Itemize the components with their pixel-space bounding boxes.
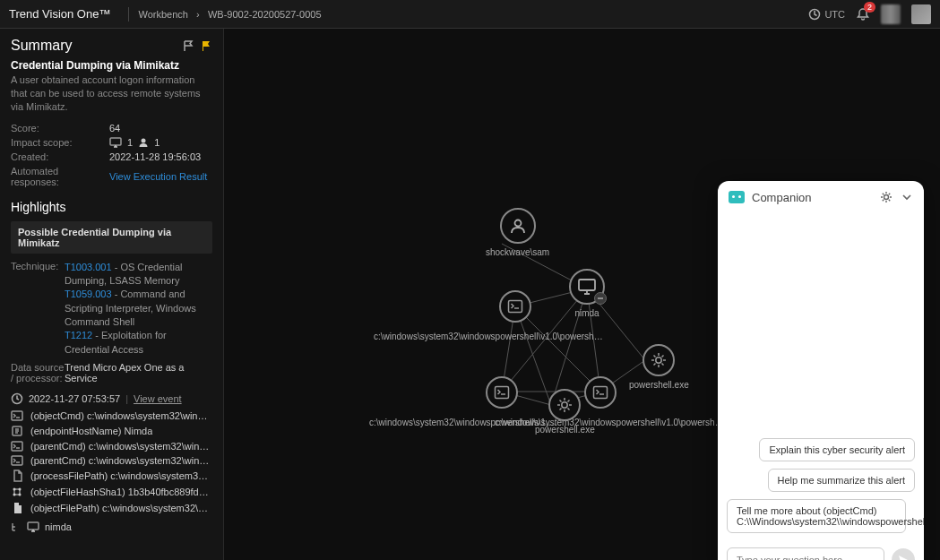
svg-rect-27	[579, 280, 595, 290]
notifications-button[interactable]: 2	[856, 7, 870, 22]
companion-logo-icon	[729, 191, 745, 203]
suggestion-button[interactable]: Help me summarize this alert	[768, 469, 915, 492]
svg-rect-12	[28, 522, 39, 530]
endpoint-name: nimda	[45, 521, 72, 532]
summary-panel: Summary Credential Dumping via Mimikatz …	[0, 29, 224, 560]
technique-link[interactable]: T1212	[65, 330, 92, 340]
host-icon	[11, 425, 23, 437]
avatar[interactable]	[911, 4, 931, 24]
gear-icon[interactable]	[879, 190, 893, 204]
event-time: 2022-11-27 07:53:57	[29, 393, 120, 404]
event-row[interactable]: (endpointHostName) Nimda	[11, 425, 212, 437]
notification-badge: 2	[864, 2, 875, 13]
send-button[interactable]	[892, 548, 915, 560]
tree-icon	[11, 521, 22, 532]
clock-icon	[11, 392, 23, 405]
event-row[interactable]: (parentCmd) c:\windows\system32\windowsp…	[11, 455, 212, 466]
technique-label: Technique:	[11, 261, 65, 358]
technique-link[interactable]: T1059.003	[65, 289, 112, 299]
svg-rect-6	[12, 442, 22, 451]
svg-point-29	[599, 297, 601, 299]
monitor-icon	[27, 521, 39, 532]
monitor-icon	[577, 278, 597, 296]
cmd-icon	[11, 410, 23, 421]
breadcrumb-id: WB-9002-20200527-0005	[208, 9, 322, 20]
terminal-icon	[494, 385, 510, 400]
created-label: Created:	[11, 151, 109, 162]
view-execution-link[interactable]: View Execution Result	[109, 171, 207, 182]
highlight-item[interactable]: Possible Credential Dumping via Mimikatz	[11, 221, 212, 254]
alert-title: Credential Dumping via Mimikatz	[11, 59, 212, 72]
score-value: 64	[109, 123, 120, 134]
view-event-link[interactable]: View event	[134, 393, 182, 404]
event-row[interactable]: (objectFileHashSha1) 1b3b40fbc889fd4c645…	[11, 486, 212, 498]
tenant-icon[interactable]	[881, 4, 901, 24]
svg-point-30	[601, 297, 603, 299]
flag-filled-icon[interactable]	[200, 39, 212, 52]
svg-point-34	[562, 402, 567, 408]
divider	[128, 7, 129, 22]
suggestion-button[interactable]: Tell me more about (objectCmd) C:\\Windo…	[727, 499, 906, 533]
graph-node-process[interactable]: c:\windows\system32\windowspowershell\v1…	[486, 376, 518, 409]
gear-icon	[556, 396, 573, 414]
technique-link[interactable]: T1003.001	[65, 262, 112, 272]
chevron-down-icon[interactable]	[901, 191, 913, 203]
impact-users: 1	[154, 137, 160, 148]
impact-label: Impact scope:	[11, 137, 109, 148]
flag-icon[interactable]	[182, 39, 194, 52]
summary-heading: Summary	[11, 38, 182, 54]
breadcrumb-root[interactable]: Workbench	[138, 9, 187, 20]
svg-rect-31	[509, 301, 522, 313]
hash-icon	[11, 486, 23, 498]
created-value: 2022-11-28 19:56:03	[109, 151, 201, 162]
user-icon	[509, 217, 527, 235]
svg-rect-7	[12, 456, 22, 465]
svg-point-2	[142, 138, 146, 142]
svg-rect-1	[110, 138, 121, 145]
companion-title: Companion	[752, 191, 872, 204]
event-row[interactable]: (processFilePath) c:\windows\system32\wi…	[11, 470, 212, 482]
timezone-selector[interactable]: UTC	[808, 8, 845, 21]
event-row[interactable]: (parentCmd) c:\windows\system32\windowsp…	[11, 441, 212, 452]
event-row[interactable]: (objectCmd) c:\windows\system32\windowsp…	[11, 410, 212, 421]
brand: Trend Vision One™	[9, 7, 110, 21]
auto-label: Automated responses:	[11, 166, 109, 187]
score-label: Score:	[11, 123, 109, 134]
svg-rect-35	[496, 387, 509, 399]
user-icon	[138, 137, 149, 148]
svg-rect-33	[594, 387, 608, 399]
gear-icon	[650, 351, 668, 369]
graph-node-host[interactable]: nimda	[569, 269, 605, 318]
subnode-badge	[594, 292, 607, 305]
graph-node-user[interactable]: shockwave\sam	[486, 208, 549, 257]
companion-panel: Companion Explain this cyber security al…	[718, 181, 924, 560]
terminal-icon	[507, 299, 523, 314]
svg-point-28	[598, 297, 599, 299]
svg-point-32	[656, 358, 661, 363]
host-icon	[109, 137, 122, 148]
endpoint-row[interactable]: nimda	[11, 521, 212, 532]
cmd-icon	[11, 441, 23, 452]
send-icon	[897, 554, 910, 560]
svg-rect-4	[12, 411, 22, 420]
file-icon	[11, 502, 23, 514]
companion-input[interactable]	[727, 547, 884, 560]
suggestion-button[interactable]: Explain this cyber security alert	[759, 438, 915, 461]
graph-node-process[interactable]: powershell.exe	[629, 344, 689, 390]
event-row[interactable]: (objectFilePath) c:\windows\system32\win…	[11, 502, 212, 514]
datasource-label: Data source / processor:	[11, 362, 65, 383]
alert-description: A user obtained account logon informatio…	[11, 73, 212, 114]
graph-canvas[interactable]: shockwave\sam nimda c:\windows\system32\…	[224, 29, 940, 560]
clock-icon-label: UTC	[824, 9, 845, 20]
datasource-value: Trend Micro Apex One as a Service	[65, 362, 212, 383]
file-icon	[11, 470, 23, 482]
svg-point-36	[884, 195, 889, 200]
graph-node-process[interactable]: powershell.exe	[535, 389, 595, 435]
impact-hosts: 1	[127, 137, 133, 148]
svg-point-26	[514, 220, 521, 227]
cmd-icon	[11, 455, 23, 466]
highlights-heading: Highlights	[11, 200, 212, 214]
breadcrumb[interactable]: Workbench › WB-9002-20200527-0005	[138, 9, 321, 20]
app-header: Trend Vision One™ Workbench › WB-9002-20…	[0, 0, 940, 29]
graph-node-process[interactable]: c:\windows\system32\windowspowershell\v1…	[499, 290, 531, 323]
